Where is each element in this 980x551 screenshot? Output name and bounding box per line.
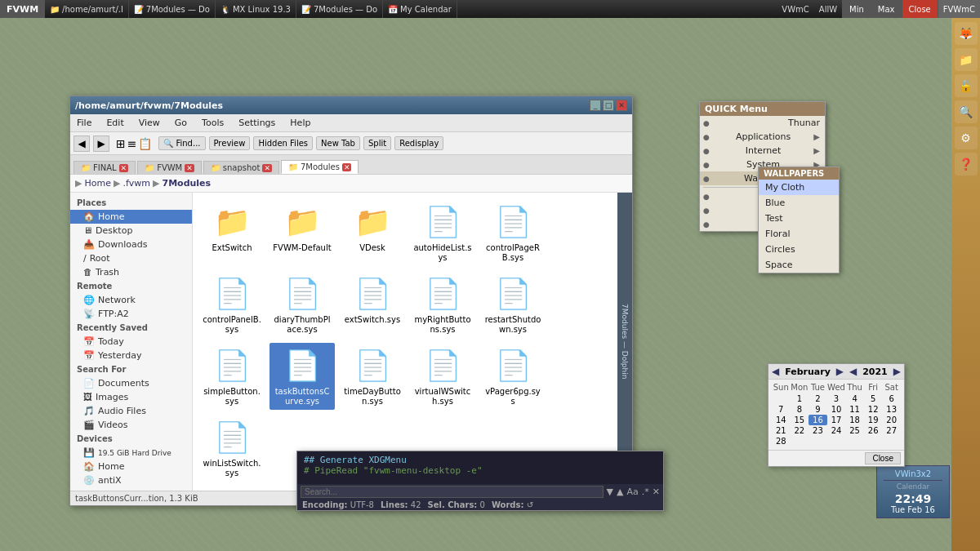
- minimize-button[interactable]: Min: [842, 0, 871, 18]
- ws-item-circles[interactable]: Circles: [759, 242, 839, 257]
- file-item-autohidelist[interactable]: 📄 autoHideList.sys: [410, 199, 475, 266]
- file-item-controlpanelb[interactable]: 📄 controlPanelB.sys: [199, 271, 265, 338]
- taskbar-item-doc2[interactable]: 📝 7Modules — Do: [296, 0, 383, 18]
- cal-day-22[interactable]: 22: [791, 425, 809, 436]
- qm-item-thunar[interactable]: ● Thunar: [700, 116, 825, 130]
- sidebar-item-ftp[interactable]: 📡 FTP:A2: [70, 307, 192, 321]
- panel-icon-fox[interactable]: 🦊: [955, 22, 978, 45]
- cal-day-3[interactable]: 3: [827, 393, 846, 404]
- sidebar-item-documents[interactable]: 📄 Documents: [70, 376, 192, 390]
- taskbar-item-calendar[interactable]: 📅 My Calendar: [383, 0, 457, 18]
- sidebar-item-harddrive[interactable]: 💾 19.5 GiB Hard Drive: [70, 446, 192, 460]
- file-item-virtualwswitch[interactable]: 📄 virtualWSwitch.sys: [410, 343, 475, 410]
- breadcrumb-7modules[interactable]: 7Modules: [162, 178, 211, 189]
- menu-tools[interactable]: Tools: [198, 116, 227, 130]
- cal-day-24[interactable]: 24: [827, 425, 846, 436]
- cal-day-8[interactable]: 8: [791, 404, 809, 415]
- sidebar-item-downloads[interactable]: 📥 Downloads: [70, 238, 192, 251]
- taskbar-item-mx[interactable]: 🐧 MX Linux 19.3: [216, 0, 296, 18]
- tab-close-final[interactable]: ✕: [119, 164, 129, 172]
- preview-button[interactable]: Preview: [209, 136, 251, 150]
- menu-view[interactable]: View: [136, 116, 163, 130]
- cal-day-10[interactable]: 10: [827, 404, 846, 415]
- sidebar-item-trash[interactable]: 🗑 Trash: [70, 265, 192, 279]
- cal-day-7[interactable]: 7: [772, 404, 791, 415]
- hidden-files-button[interactable]: Hidden Files: [253, 136, 313, 150]
- view-icon-list[interactable]: ≡: [127, 137, 137, 150]
- cal-day-26[interactable]: 26: [864, 425, 883, 436]
- cal-prev-year[interactable]: ◀: [849, 366, 857, 377]
- cal-day-9[interactable]: 9: [808, 404, 827, 415]
- file-item-controlpagerb[interactable]: 📄 controlPageRB.sys: [480, 199, 546, 266]
- tab-final[interactable]: 📁 FINAL ✕: [74, 161, 136, 174]
- file-item-extswitch[interactable]: 📁 ExtSwitch: [199, 199, 265, 266]
- view-icon-grid[interactable]: ⊞: [116, 137, 126, 150]
- file-item-diarythumb[interactable]: 📄 diaryThumbPlace.sys: [270, 271, 335, 338]
- cal-day-14[interactable]: 14: [772, 415, 791, 425]
- cal-day-19[interactable]: 19: [864, 415, 883, 425]
- file-item-myrightbutt[interactable]: 📄 myRightButtons.sys: [410, 271, 475, 338]
- redisplay-button[interactable]: Redisplay: [394, 136, 443, 150]
- cal-day-17[interactable]: 17: [827, 415, 846, 425]
- cal-day-28[interactable]: 28: [772, 436, 791, 447]
- cal-day-16[interactable]: 16: [808, 415, 827, 425]
- cal-day-13[interactable]: 13: [882, 404, 901, 415]
- fm-maximize-btn[interactable]: □: [603, 100, 614, 111]
- ws-item-test[interactable]: Test: [759, 211, 839, 226]
- panel-icon-search[interactable]: 🔍: [955, 100, 978, 123]
- editor-search-input[interactable]: [301, 486, 604, 498]
- back-button[interactable]: ◀: [74, 136, 90, 152]
- tab-close-7modules[interactable]: ✕: [342, 163, 352, 171]
- sidebar-item-today[interactable]: 📅 Today: [70, 335, 192, 349]
- sidebar-item-audio[interactable]: 🎵 Audio Files: [70, 404, 192, 418]
- panel-icon-folder[interactable]: 📁: [955, 48, 978, 71]
- cal-day-21[interactable]: 21: [772, 425, 791, 436]
- sidebar-item-home[interactable]: 🏠 Home: [70, 210, 192, 224]
- search-down-icon[interactable]: ▼: [607, 487, 613, 497]
- sidebar-item-desktop[interactable]: 🖥 Desktop: [70, 224, 192, 238]
- file-item-vdesk[interactable]: 📁 VDesk: [340, 199, 405, 266]
- menu-settings[interactable]: Settings: [235, 116, 278, 130]
- breadcrumb-fvwm[interactable]: .fvwm: [122, 178, 150, 189]
- cal-day-1[interactable]: 1: [791, 393, 809, 404]
- close-button[interactable]: Close: [902, 0, 938, 18]
- panel-icon-gear[interactable]: ⚙: [955, 127, 978, 149]
- ws-item-floral[interactable]: Floral: [759, 226, 839, 242]
- cal-next-month[interactable]: ▶: [836, 366, 844, 377]
- tab-close-fvwm[interactable]: ✕: [185, 164, 194, 172]
- ws-item-mycloth[interactable]: My Cloth: [759, 180, 839, 195]
- tab-snapshot[interactable]: 📁 snapshot ✕: [203, 161, 279, 174]
- search-option1-icon[interactable]: Aa: [627, 487, 639, 497]
- tab-fvwm[interactable]: 📁 FVWM ✕: [137, 161, 202, 174]
- file-item-timedaybtn[interactable]: 📄 timeDayButton.sys: [340, 343, 405, 410]
- tab-close-snapshot[interactable]: ✕: [262, 164, 272, 172]
- cal-day-23[interactable]: 23: [808, 425, 827, 436]
- new-tab-button[interactable]: New Tab: [316, 136, 360, 150]
- qm-item-applications[interactable]: ● Applications ▶: [700, 130, 825, 144]
- file-item-vpager6pg[interactable]: 📄 vPager6pg.sys: [480, 343, 546, 410]
- cal-day-5[interactable]: 5: [864, 393, 883, 404]
- view-icon-detail[interactable]: 📋: [138, 137, 152, 150]
- taskbar-item-home[interactable]: 📁 /home/amurt/.l: [45, 0, 129, 18]
- cal-day-4[interactable]: 4: [845, 393, 864, 404]
- sidebar-item-root[interactable]: / Root: [70, 251, 192, 265]
- cal-day-20[interactable]: 20: [882, 415, 901, 425]
- fm-close-btn[interactable]: ✕: [616, 100, 627, 111]
- cal-day-25[interactable]: 25: [845, 425, 864, 436]
- search-option2-icon[interactable]: .*: [642, 487, 649, 497]
- cal-day-11[interactable]: 11: [845, 404, 864, 415]
- file-item-restartshotd[interactable]: 📄 restartShutdown.sys: [480, 271, 546, 338]
- ws-item-blue[interactable]: Blue: [759, 195, 839, 211]
- search-up-icon[interactable]: ▲: [617, 487, 623, 497]
- cal-day-18[interactable]: 18: [845, 415, 864, 425]
- sidebar-item-images[interactable]: 🖼 Images: [70, 390, 192, 404]
- cal-day-27[interactable]: 27: [882, 425, 901, 436]
- cal-day-6[interactable]: 6: [882, 393, 901, 404]
- calendar-close-button[interactable]: Close: [865, 452, 901, 464]
- tab-7modules[interactable]: 📁 7Modules ✕: [281, 160, 359, 174]
- ws-item-space[interactable]: Space: [759, 257, 839, 273]
- sidebar-item-videos[interactable]: 🎬 Videos: [70, 418, 192, 432]
- cal-day-12[interactable]: 12: [864, 404, 883, 415]
- file-item-extswitch-sys[interactable]: 📄 extSwitch.sys: [340, 271, 405, 338]
- sidebar-item-antix[interactable]: 💿 antiX: [70, 473, 192, 487]
